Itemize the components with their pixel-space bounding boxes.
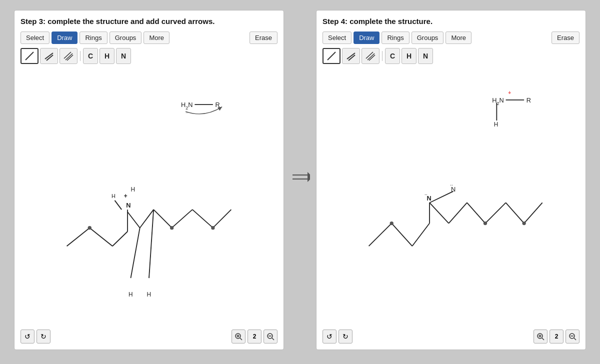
undo-redo-step4: ↺ ↻: [322, 330, 352, 344]
svg-line-65: [524, 202, 542, 223]
panel3-title: Step 3: complete the structure and add c…: [20, 16, 278, 26]
rings-btn-step3[interactable]: Rings: [80, 32, 107, 44]
svg-text:..: ..: [450, 180, 453, 186]
divider-area: [290, 10, 310, 350]
select-btn-step3[interactable]: Select: [20, 32, 50, 44]
bond-atom-toolbar-step4: C H N: [322, 48, 580, 64]
groups-btn-step4[interactable]: Groups: [412, 32, 444, 44]
single-bond-btn-step4[interactable]: [322, 48, 340, 64]
svg-line-58: [412, 223, 430, 246]
redo-btn-step3[interactable]: ↻: [36, 330, 50, 344]
svg-text:H2N: H2N: [492, 96, 504, 106]
triple-bond-btn-step3[interactable]: [60, 48, 78, 64]
triple-bond-btn-step4[interactable]: [362, 48, 380, 64]
bottom-controls-step4: ↺ ↻ 2: [322, 328, 580, 344]
panel-step3: Step 3: complete the structure and add c…: [14, 10, 284, 350]
double-bond-btn-step4[interactable]: [342, 48, 360, 64]
svg-line-62: [467, 202, 486, 223]
single-bond-btn-step3[interactable]: [20, 48, 38, 64]
double-bond-btn-step3[interactable]: [40, 48, 58, 64]
nitrogen-btn-step3[interactable]: N: [116, 48, 131, 64]
carbon-btn-step3[interactable]: C: [83, 48, 98, 64]
svg-line-15: [112, 231, 128, 246]
zoom-out-btn-step4[interactable]: [566, 330, 580, 344]
svg-line-63: [486, 202, 506, 223]
svg-line-73: [542, 338, 544, 340]
draw-btn-step3[interactable]: Draw: [52, 32, 78, 44]
svg-line-13: [67, 228, 90, 246]
svg-text:+: +: [124, 192, 128, 200]
svg-text:..: ..: [186, 108, 188, 114]
bottom-controls-step3: ↺ ↻ 2: [20, 328, 278, 344]
drawing-area-step4[interactable]: H2N R + H N ..: [322, 68, 580, 324]
hydrogen-btn-step4[interactable]: H: [402, 48, 416, 64]
svg-text:..: ..: [424, 190, 428, 196]
svg-line-33: [240, 338, 242, 340]
erase-btn-step3[interactable]: Erase: [250, 32, 278, 44]
carbon-btn-step4[interactable]: C: [385, 48, 400, 64]
svg-line-71: [430, 191, 453, 202]
separator2: [382, 51, 382, 61]
svg-point-68: [522, 221, 526, 224]
bond-atom-toolbar-step3: C H N: [20, 48, 278, 64]
svg-line-21: [154, 210, 172, 228]
svg-line-28: [149, 210, 154, 278]
svg-text:H: H: [130, 186, 135, 192]
svg-text:H: H: [146, 290, 151, 298]
undo-btn-step4[interactable]: ↺: [322, 330, 336, 344]
svg-text:R: R: [526, 96, 531, 104]
svg-text:H: H: [128, 290, 133, 298]
svg-point-67: [484, 221, 487, 224]
svg-line-42: [328, 52, 336, 60]
svg-line-24: [213, 210, 232, 228]
more-btn-step4[interactable]: More: [446, 32, 472, 44]
zoom-in-btn-step4[interactable]: [534, 330, 548, 344]
zoom-out-btn-step3[interactable]: [264, 330, 278, 344]
hydrogen-btn-step3[interactable]: H: [100, 48, 114, 64]
undo-redo-step3: ↺ ↻: [20, 330, 50, 344]
rings-btn-step4[interactable]: Rings: [382, 32, 409, 44]
separator1: [80, 51, 80, 61]
svg-point-31: [211, 226, 214, 230]
zoom-controls-step3: 2: [232, 330, 278, 344]
zoom-controls-step4: 2: [534, 330, 580, 344]
groups-btn-step3[interactable]: Groups: [110, 32, 142, 44]
svg-line-23: [192, 210, 213, 228]
toolbar-step3: Select Draw Rings Groups More Erase: [20, 32, 278, 44]
svg-line-64: [506, 202, 524, 223]
svg-line-57: [392, 223, 412, 246]
toolbar-step4: Select Draw Rings Groups More Erase: [322, 32, 580, 44]
zoom-reset-btn-step3[interactable]: 2: [248, 330, 262, 344]
draw-btn-step4[interactable]: Draw: [354, 32, 380, 44]
svg-text:N: N: [126, 201, 130, 208]
more-btn-step3[interactable]: More: [144, 32, 170, 44]
main-container: Step 3: complete the structure and add c…: [0, 0, 600, 364]
zoom-reset-btn-step4[interactable]: 2: [550, 330, 564, 344]
svg-text:R: R: [215, 100, 220, 108]
erase-btn-step4[interactable]: Erase: [552, 32, 580, 44]
svg-line-17: [128, 212, 140, 228]
select-btn-step4[interactable]: Select: [322, 32, 352, 44]
nitrogen-btn-step4[interactable]: N: [418, 48, 433, 64]
svg-text:N: N: [427, 194, 432, 202]
svg-text:+: +: [508, 90, 511, 95]
svg-line-37: [272, 338, 274, 340]
drawing-area-step3[interactable]: H2N R .. + N H H: [20, 68, 278, 324]
svg-line-77: [574, 338, 576, 340]
redo-btn-step4[interactable]: ↻: [338, 330, 352, 344]
svg-line-61: [448, 202, 467, 223]
svg-line-27: [130, 228, 140, 278]
panel-step4: Step 4: complete the structure. Select D…: [316, 10, 586, 350]
undo-btn-step3[interactable]: ↺: [20, 330, 34, 344]
svg-point-66: [390, 221, 394, 224]
svg-line-19: [114, 200, 122, 209]
svg-line-56: [369, 223, 392, 246]
zoom-in-btn-step3[interactable]: [232, 330, 246, 344]
svg-text:H: H: [112, 193, 116, 199]
panel4-title: Step 4: complete the structure.: [322, 16, 580, 26]
svg-line-60: [430, 202, 448, 223]
svg-point-29: [88, 226, 92, 230]
svg-marker-41: [308, 172, 310, 182]
svg-text:H: H: [494, 120, 498, 128]
svg-line-22: [172, 210, 192, 228]
